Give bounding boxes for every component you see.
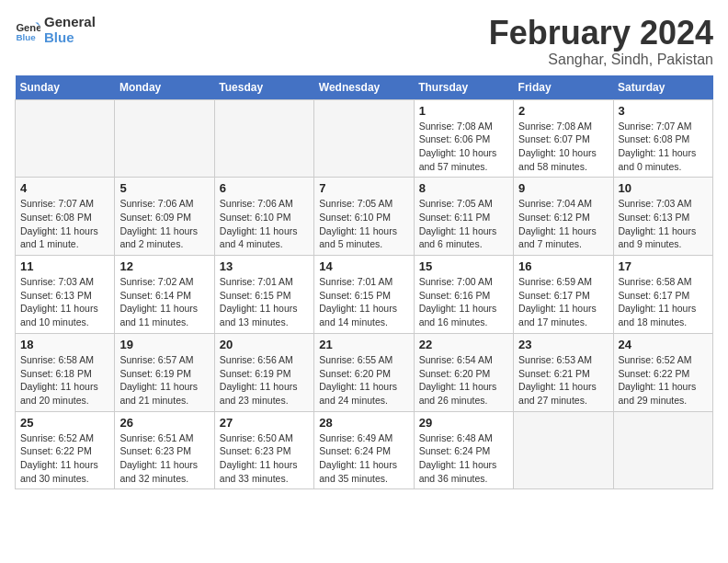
header: General Blue General Blue February 2024 … xyxy=(15,15,713,68)
day-number: 18 xyxy=(20,338,109,351)
day-detail: Sunrise: 7:06 AMSunset: 6:10 PMDaylight:… xyxy=(220,197,309,251)
day-detail: Sunrise: 6:51 AMSunset: 6:23 PMDaylight:… xyxy=(119,431,209,486)
calendar-table: SundayMondayTuesdayWednesdayThursdayFrid… xyxy=(15,75,713,490)
main-title: February 2024 xyxy=(489,15,713,52)
day-number: 8 xyxy=(419,181,508,195)
day-number: 22 xyxy=(419,338,508,351)
header-row: SundayMondayTuesdayWednesdayThursdayFrid… xyxy=(16,75,713,100)
day-number: 9 xyxy=(518,181,608,195)
day-number: 14 xyxy=(319,259,408,273)
day-detail: Sunrise: 7:01 AMSunset: 6:15 PMDaylight:… xyxy=(319,275,408,329)
day-detail: Sunrise: 7:07 AMSunset: 6:08 PMDaylight:… xyxy=(20,197,109,251)
day-number: 19 xyxy=(119,338,209,351)
day-cell: 8Sunrise: 7:05 AMSunset: 6:11 PMDaylight… xyxy=(414,178,513,256)
day-detail: Sunrise: 6:59 AMSunset: 6:17 PMDaylight:… xyxy=(518,275,608,329)
day-detail: Sunrise: 7:03 AMSunset: 6:13 PMDaylight:… xyxy=(619,197,708,251)
day-detail: Sunrise: 7:00 AMSunset: 6:16 PMDaylight:… xyxy=(419,275,508,329)
day-detail: Sunrise: 7:03 AMSunset: 6:13 PMDaylight:… xyxy=(20,275,109,329)
day-detail: Sunrise: 7:07 AMSunset: 6:08 PMDaylight:… xyxy=(619,120,708,174)
day-detail: Sunrise: 6:58 AMSunset: 6:18 PMDaylight:… xyxy=(20,353,109,408)
logo: General Blue General Blue xyxy=(15,15,96,45)
day-cell: 22Sunrise: 6:54 AMSunset: 6:20 PMDayligh… xyxy=(414,333,513,411)
day-cell: 21Sunrise: 6:55 AMSunset: 6:20 PMDayligh… xyxy=(314,333,414,411)
day-cell: 28Sunrise: 6:49 AMSunset: 6:24 PMDayligh… xyxy=(314,411,414,489)
header-cell-sunday: Sunday xyxy=(16,75,115,100)
day-detail: Sunrise: 6:49 AMSunset: 6:24 PMDaylight:… xyxy=(319,431,408,486)
day-detail: Sunrise: 6:56 AMSunset: 6:19 PMDaylight:… xyxy=(220,353,309,408)
week-row-2: 4Sunrise: 7:07 AMSunset: 6:08 PMDaylight… xyxy=(16,178,713,256)
day-number: 21 xyxy=(319,338,408,351)
day-number: 3 xyxy=(619,104,708,118)
day-cell xyxy=(214,99,313,178)
day-number: 1 xyxy=(419,104,508,118)
day-number: 11 xyxy=(20,259,109,273)
day-cell: 9Sunrise: 7:04 AMSunset: 6:12 PMDaylight… xyxy=(514,178,613,256)
day-cell: 3Sunrise: 7:07 AMSunset: 6:08 PMDaylight… xyxy=(613,99,712,178)
day-number: 26 xyxy=(119,416,209,430)
title-area: February 2024 Sanghar, Sindh, Pakistan xyxy=(489,15,713,68)
day-number: 12 xyxy=(119,259,209,273)
day-detail: Sunrise: 7:05 AMSunset: 6:10 PMDaylight:… xyxy=(319,197,408,251)
day-number: 17 xyxy=(619,259,708,273)
day-cell: 2Sunrise: 7:08 AMSunset: 6:07 PMDaylight… xyxy=(514,99,613,178)
week-row-3: 11Sunrise: 7:03 AMSunset: 6:13 PMDayligh… xyxy=(16,256,713,334)
day-number: 10 xyxy=(619,181,708,195)
week-row-4: 18Sunrise: 6:58 AMSunset: 6:18 PMDayligh… xyxy=(16,333,713,411)
day-number: 6 xyxy=(220,181,309,195)
day-cell: 1Sunrise: 7:08 AMSunset: 6:06 PMDaylight… xyxy=(414,99,513,178)
day-cell: 11Sunrise: 7:03 AMSunset: 6:13 PMDayligh… xyxy=(16,256,115,334)
day-cell xyxy=(514,411,613,489)
day-cell: 10Sunrise: 7:03 AMSunset: 6:13 PMDayligh… xyxy=(613,178,712,256)
day-cell: 7Sunrise: 7:05 AMSunset: 6:10 PMDaylight… xyxy=(314,178,414,256)
day-detail: Sunrise: 6:54 AMSunset: 6:20 PMDaylight:… xyxy=(419,353,508,408)
header-cell-wednesday: Wednesday xyxy=(314,75,414,100)
day-number: 25 xyxy=(20,416,109,430)
day-cell xyxy=(115,99,214,178)
day-cell: 5Sunrise: 7:06 AMSunset: 6:09 PMDaylight… xyxy=(115,178,214,256)
header-cell-monday: Monday xyxy=(115,75,214,100)
day-number: 23 xyxy=(518,338,608,351)
day-cell xyxy=(16,99,115,178)
week-row-1: 1Sunrise: 7:08 AMSunset: 6:06 PMDaylight… xyxy=(16,99,713,178)
day-cell: 4Sunrise: 7:07 AMSunset: 6:08 PMDaylight… xyxy=(16,178,115,256)
day-detail: Sunrise: 6:55 AMSunset: 6:20 PMDaylight:… xyxy=(319,353,408,408)
day-cell xyxy=(314,99,414,178)
day-cell: 25Sunrise: 6:52 AMSunset: 6:22 PMDayligh… xyxy=(16,411,115,489)
day-number: 7 xyxy=(319,181,408,195)
day-cell: 15Sunrise: 7:00 AMSunset: 6:16 PMDayligh… xyxy=(414,256,513,334)
subtitle: Sanghar, Sindh, Pakistan xyxy=(489,52,713,68)
day-detail: Sunrise: 6:57 AMSunset: 6:19 PMDaylight:… xyxy=(119,353,209,408)
day-detail: Sunrise: 7:01 AMSunset: 6:15 PMDaylight:… xyxy=(220,275,309,329)
week-row-5: 25Sunrise: 6:52 AMSunset: 6:22 PMDayligh… xyxy=(16,411,713,489)
day-cell: 14Sunrise: 7:01 AMSunset: 6:15 PMDayligh… xyxy=(314,256,414,334)
day-cell: 29Sunrise: 6:48 AMSunset: 6:24 PMDayligh… xyxy=(414,411,513,489)
header-cell-thursday: Thursday xyxy=(414,75,513,100)
day-number: 13 xyxy=(220,259,309,273)
day-cell: 18Sunrise: 6:58 AMSunset: 6:18 PMDayligh… xyxy=(16,333,115,411)
day-number: 16 xyxy=(518,259,608,273)
day-detail: Sunrise: 7:06 AMSunset: 6:09 PMDaylight:… xyxy=(119,197,209,251)
day-cell: 13Sunrise: 7:01 AMSunset: 6:15 PMDayligh… xyxy=(214,256,313,334)
day-detail: Sunrise: 7:04 AMSunset: 6:12 PMDaylight:… xyxy=(518,197,608,251)
logo-icon: General Blue xyxy=(15,17,40,43)
header-cell-friday: Friday xyxy=(514,75,613,100)
day-number: 24 xyxy=(619,338,708,351)
day-detail: Sunrise: 6:53 AMSunset: 6:21 PMDaylight:… xyxy=(518,353,608,408)
logo-general: General xyxy=(44,15,96,30)
day-detail: Sunrise: 7:02 AMSunset: 6:14 PMDaylight:… xyxy=(119,275,209,329)
day-number: 29 xyxy=(419,416,508,430)
day-detail: Sunrise: 6:48 AMSunset: 6:24 PMDaylight:… xyxy=(419,431,508,486)
day-number: 27 xyxy=(220,416,309,430)
svg-text:Blue: Blue xyxy=(16,32,36,42)
day-detail: Sunrise: 6:58 AMSunset: 6:17 PMDaylight:… xyxy=(619,275,708,329)
day-detail: Sunrise: 7:08 AMSunset: 6:07 PMDaylight:… xyxy=(518,120,608,174)
header-cell-tuesday: Tuesday xyxy=(214,75,313,100)
day-detail: Sunrise: 6:52 AMSunset: 6:22 PMDaylight:… xyxy=(619,353,708,408)
day-cell: 12Sunrise: 7:02 AMSunset: 6:14 PMDayligh… xyxy=(115,256,214,334)
day-cell: 24Sunrise: 6:52 AMSunset: 6:22 PMDayligh… xyxy=(613,333,712,411)
day-cell: 20Sunrise: 6:56 AMSunset: 6:19 PMDayligh… xyxy=(214,333,313,411)
day-cell: 23Sunrise: 6:53 AMSunset: 6:21 PMDayligh… xyxy=(514,333,613,411)
day-number: 4 xyxy=(20,181,109,195)
day-detail: Sunrise: 7:05 AMSunset: 6:11 PMDaylight:… xyxy=(419,197,508,251)
day-cell: 16Sunrise: 6:59 AMSunset: 6:17 PMDayligh… xyxy=(514,256,613,334)
